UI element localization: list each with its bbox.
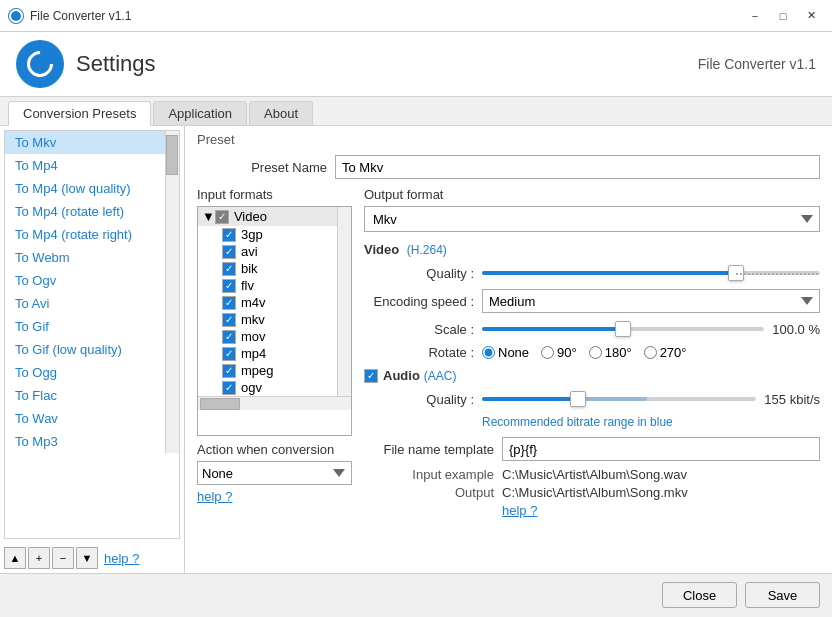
- label-mkv: mkv: [241, 312, 265, 327]
- input-formats-section: Input formats ▼ Video 3gp: [197, 187, 352, 521]
- rotate-label-180: 180°: [605, 345, 632, 360]
- preset-name-input[interactable]: [335, 155, 820, 179]
- output-format-select[interactable]: Mkv: [364, 206, 820, 232]
- video-section-heading: Video (H.264): [364, 242, 820, 257]
- sidebar-item-3[interactable]: To Mp4 (rotate left): [5, 200, 165, 223]
- sidebar-scrollbar[interactable]: [165, 131, 179, 453]
- quality-slider-row: Quality :: [364, 263, 820, 283]
- sidebar-item-13[interactable]: To Mp3: [5, 430, 165, 453]
- tree-item-mov[interactable]: mov: [198, 328, 337, 345]
- tree-arrow[interactable]: ▼: [202, 209, 215, 224]
- sidebar-item-0[interactable]: To Mkv: [5, 131, 165, 154]
- input-formats-tree[interactable]: ▼ Video 3gp avi: [197, 206, 352, 436]
- label-ogv: ogv: [241, 380, 262, 395]
- rotate-radio-270[interactable]: [644, 346, 657, 359]
- scale-slider-thumb[interactable]: [615, 321, 631, 337]
- rotate-label-none: None: [498, 345, 529, 360]
- preset-name-label: Preset Name: [197, 160, 327, 175]
- sidebar-item-8[interactable]: To Gif: [5, 315, 165, 338]
- quality-slider-wrap[interactable]: [482, 263, 820, 283]
- checkbox-m4v[interactable]: [222, 296, 236, 310]
- close-window-button[interactable]: ✕: [798, 5, 824, 27]
- sidebar-list[interactable]: To Mkv To Mp4 To Mp4 (low quality) To Mp…: [4, 130, 180, 539]
- scale-slider-wrap[interactable]: [482, 319, 764, 339]
- rotate-option-180[interactable]: 180°: [589, 345, 632, 360]
- video-checkbox-icon[interactable]: [215, 210, 229, 224]
- tree-root-video[interactable]: ▼ Video: [198, 207, 337, 226]
- sidebar-item-12[interactable]: To Wav: [5, 407, 165, 430]
- checkbox-mov[interactable]: [222, 330, 236, 344]
- sidebar-scrollbar-thumb[interactable]: [166, 135, 178, 175]
- rotate-option-270[interactable]: 270°: [644, 345, 687, 360]
- sidebar-item-2[interactable]: To Mp4 (low quality): [5, 177, 165, 200]
- sidebar-help-link[interactable]: help ?: [104, 551, 139, 566]
- sidebar-item-7[interactable]: To Avi: [5, 292, 165, 315]
- tree-item-mpeg[interactable]: mpeg: [198, 362, 337, 379]
- scale-slider-track: [482, 327, 764, 331]
- tree-h-scrollbar-thumb[interactable]: [200, 398, 240, 410]
- tree-item-3gp[interactable]: 3gp: [198, 226, 337, 243]
- sidebar-add-button[interactable]: +: [28, 547, 50, 569]
- checkbox-flv[interactable]: [222, 279, 236, 293]
- maximize-button[interactable]: □: [770, 5, 796, 27]
- tab-about[interactable]: About: [249, 101, 313, 125]
- quality-slider-track: [482, 271, 820, 275]
- file-name-template-label: File name template: [364, 442, 494, 457]
- audio-section: Audio (AAC): [364, 368, 820, 383]
- rotate-option-90[interactable]: 90°: [541, 345, 577, 360]
- tab-conversion-presets[interactable]: Conversion Presets: [8, 101, 151, 126]
- rotate-radio-90[interactable]: [541, 346, 554, 359]
- tree-h-scrollbar[interactable]: [198, 396, 351, 410]
- sidebar-remove-button[interactable]: −: [52, 547, 74, 569]
- checkbox-avi[interactable]: [222, 245, 236, 259]
- close-button[interactable]: Close: [662, 582, 737, 608]
- title-bar-controls: − □ ✕: [742, 5, 824, 27]
- encoding-speed-select[interactable]: Ultrafast Superfast Veryfast Faster Fast…: [482, 289, 820, 313]
- tree-item-mp4[interactable]: mp4: [198, 345, 337, 362]
- rotate-radio-none[interactable]: [482, 346, 495, 359]
- save-button[interactable]: Save: [745, 582, 820, 608]
- sidebar-item-9[interactable]: To Gif (low quality): [5, 338, 165, 361]
- sidebar-item-6[interactable]: To Ogv: [5, 269, 165, 292]
- sidebar-item-11[interactable]: To Flac: [5, 384, 165, 407]
- rotate-radio-180[interactable]: [589, 346, 602, 359]
- tree-item-ogv[interactable]: ogv: [198, 379, 337, 396]
- output-help-link[interactable]: help ?: [502, 503, 537, 518]
- checkbox-mkv[interactable]: [222, 313, 236, 327]
- app-logo: [16, 40, 64, 88]
- sidebar-item-4[interactable]: To Mp4 (rotate right): [5, 223, 165, 246]
- tree-item-flv[interactable]: flv: [198, 277, 337, 294]
- output-settings: Output format Mkv Video (H.264) Quality …: [364, 187, 820, 521]
- tab-application[interactable]: Application: [153, 101, 247, 125]
- sidebar-item-1[interactable]: To Mp4: [5, 154, 165, 177]
- checkbox-3gp[interactable]: [222, 228, 236, 242]
- checkbox-mpeg[interactable]: [222, 364, 236, 378]
- sidebar-item-10[interactable]: To Ogg: [5, 361, 165, 384]
- action-select[interactable]: None: [197, 461, 352, 485]
- checkbox-bik[interactable]: [222, 262, 236, 276]
- rotate-option-none[interactable]: None: [482, 345, 529, 360]
- minimize-button[interactable]: −: [742, 5, 768, 27]
- audio-quality-thumb[interactable]: [570, 391, 586, 407]
- tree-item-bik[interactable]: bik: [198, 260, 337, 277]
- checkbox-mp4[interactable]: [222, 347, 236, 361]
- sidebar-down-button[interactable]: ▼: [76, 547, 98, 569]
- sidebar-up-button[interactable]: ▲: [4, 547, 26, 569]
- panel-title: Preset: [197, 132, 820, 147]
- sidebar-item-5[interactable]: To Webm: [5, 246, 165, 269]
- file-name-template-input[interactable]: [502, 437, 820, 461]
- input-example-row: Input example C:\Music\Artist\Album\Song…: [364, 467, 820, 482]
- label-3gp: 3gp: [241, 227, 263, 242]
- tree-scrollbar[interactable]: [337, 207, 351, 396]
- checkbox-ogv[interactable]: [222, 381, 236, 395]
- app-icon: [8, 8, 24, 24]
- audio-quality-slider-wrap[interactable]: [482, 389, 756, 409]
- rotate-radio-group: None 90° 180° 270°: [482, 345, 687, 360]
- output-format-label: Output format: [364, 187, 820, 202]
- tree-item-mkv[interactable]: mkv: [198, 311, 337, 328]
- tree-item-m4v[interactable]: m4v: [198, 294, 337, 311]
- tree-item-avi[interactable]: avi: [198, 243, 337, 260]
- audio-checkbox[interactable]: [364, 369, 378, 383]
- action-help-link[interactable]: help ?: [197, 489, 232, 504]
- label-avi: avi: [241, 244, 258, 259]
